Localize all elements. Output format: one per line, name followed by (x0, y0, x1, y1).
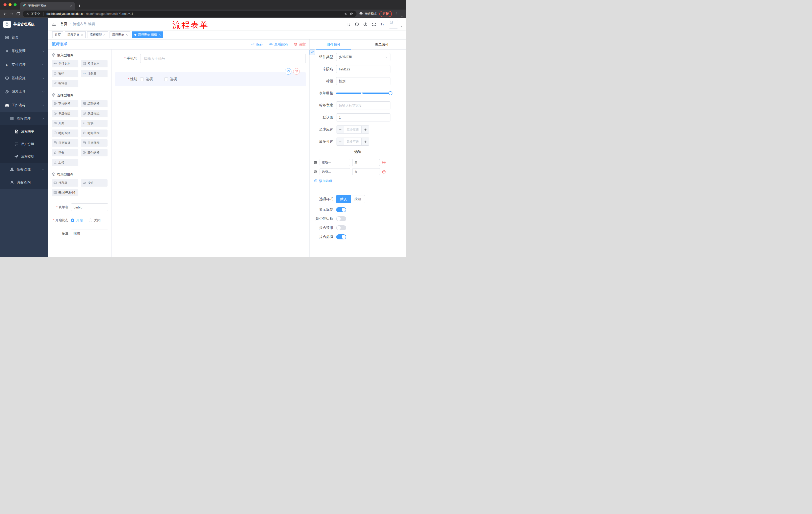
disabled-switch[interactable] (336, 225, 346, 231)
palette-item-select[interactable]: 下拉选择 (52, 100, 78, 107)
browser-update-button[interactable]: 更新 (379, 11, 392, 17)
show-label-switch[interactable] (336, 207, 346, 212)
palette-item-editor[interactable]: 编辑器 (52, 80, 78, 87)
breadcrumb-home[interactable]: 首页 (60, 22, 67, 26)
font-size-icon[interactable]: TT (380, 22, 385, 26)
palette-item-checkbox-group[interactable]: 多选框组 (81, 110, 108, 117)
title-input[interactable] (336, 77, 390, 85)
style-button-button[interactable]: 按钮 (351, 195, 365, 203)
palette-item-switch[interactable]: 开关 (52, 120, 78, 127)
palette-item-single-line-text[interactable]: 单行文本 (52, 60, 78, 67)
search-icon[interactable] (346, 22, 350, 26)
browser-menu-icon[interactable] (395, 12, 398, 16)
remove-option-icon[interactable] (382, 160, 386, 164)
stepper-plus-button[interactable] (361, 126, 369, 133)
tab-form-props[interactable]: 表单属性 (358, 39, 406, 49)
sidebar-item-user-group[interactable]: 用户分组 (0, 138, 48, 151)
form-name-input[interactable] (71, 204, 108, 211)
menu-fold-icon[interactable] (52, 22, 56, 26)
palette-item-cascader[interactable]: 级联选择 (81, 100, 108, 107)
chrome-caret-icon[interactable] (401, 15, 403, 18)
component-type-select[interactable]: 多选框组 (336, 53, 390, 61)
avatar-caret-icon[interactable] (400, 25, 403, 27)
link-button[interactable] (310, 50, 315, 55)
drag-handle-icon[interactable] (314, 170, 318, 174)
bookmark-star-icon[interactable] (349, 12, 353, 16)
palette-item-table[interactable]: 表格[开发中] (52, 189, 78, 196)
sidebar-item-process-form[interactable]: 流程表单 (0, 125, 48, 138)
checkbox-option-1[interactable]: 选项一 (140, 77, 156, 81)
palette-item-date-range[interactable]: 日期范围 (81, 139, 108, 146)
canvas-field-phone[interactable]: 手机号 (115, 54, 306, 63)
canvas-field-gender-selected[interactable]: 性别 选项一 选项二 (115, 72, 306, 86)
clear-button[interactable]: 清空 (294, 42, 306, 47)
url-field[interactable]: 不安全 dashboard.yudao.iocoder.cn /bpm/mana… (23, 10, 356, 17)
checkbox-option-2[interactable]: 选项二 (164, 77, 180, 81)
palette-item-rate[interactable]: 评分 (52, 149, 78, 156)
sidebar-item-process-model[interactable]: 流程模型 (0, 151, 48, 163)
palette-item-time-picker[interactable]: 时间选择 (52, 130, 78, 137)
tab-component-props[interactable]: 组件属性 (310, 39, 358, 49)
add-option-button[interactable]: 添加选项 (310, 179, 406, 183)
tag-home[interactable]: 首页 (52, 31, 63, 38)
avatar[interactable] (389, 20, 398, 29)
sidebar-item-leave-query[interactable]: 请假查询 (0, 176, 48, 189)
tag-close-icon[interactable] (158, 34, 161, 36)
sidebar-item-infrastructure[interactable]: 基础设施 (0, 72, 48, 85)
drag-handle-icon[interactable] (314, 160, 318, 164)
palette-item-time-range[interactable]: 时间范围 (81, 130, 108, 137)
fullscreen-icon[interactable] (372, 22, 376, 26)
slider-handle[interactable] (388, 91, 393, 95)
password-key-icon[interactable] (344, 12, 348, 16)
tag-close-icon[interactable] (126, 34, 128, 36)
window-minimize-button[interactable] (8, 3, 11, 6)
save-button[interactable]: 保存 (251, 42, 263, 47)
palette-item-radio-group[interactable]: 单选框组 (52, 110, 78, 117)
tag-close-icon[interactable] (81, 34, 83, 36)
stepper-minus-button[interactable] (337, 126, 344, 133)
forward-button[interactable] (9, 12, 13, 16)
sidebar-item-workflow[interactable]: 工作流程 (0, 99, 48, 112)
required-switch[interactable] (336, 234, 346, 239)
option-label-input[interactable] (320, 159, 350, 166)
tag-process-definition[interactable]: 流程定义 (65, 31, 86, 38)
back-button[interactable] (3, 12, 7, 16)
sidebar-item-payment[interactable]: ¥ 支付管理 (0, 58, 48, 72)
remove-option-icon[interactable] (382, 170, 386, 174)
palette-item-date-picker[interactable]: 日期选择 (52, 139, 78, 146)
tag-close-icon[interactable] (103, 34, 106, 36)
sidebar-item-devtools[interactable]: 研发工具 (0, 85, 48, 99)
palette-item-color-picker[interactable]: 颜色选择 (81, 149, 108, 156)
palette-item-button[interactable]: 按钮 (81, 179, 108, 187)
sidebar-item-home[interactable]: 首页 (0, 31, 48, 44)
stepper-plus-button[interactable] (361, 138, 369, 145)
sidebar-item-system[interactable]: 系统管理 (0, 44, 48, 58)
github-icon[interactable] (355, 22, 359, 26)
radio-off[interactable]: 关闭 (89, 218, 100, 222)
help-icon[interactable] (363, 22, 368, 26)
view-json-button[interactable]: 查看json (269, 42, 288, 47)
tag-process-form-edit[interactable]: 流程表单-编辑 (132, 31, 163, 38)
stepper-minus-button[interactable] (337, 138, 344, 145)
palette-item-multi-line-text[interactable]: 多行文本 (81, 60, 108, 67)
palette-item-upload[interactable]: 上传 (52, 159, 78, 166)
reload-button[interactable] (16, 12, 20, 16)
sidebar-item-task-mgmt[interactable]: 任务管理 (0, 163, 48, 176)
label-width-input[interactable] (336, 101, 390, 109)
default-value-input[interactable] (336, 113, 390, 121)
radio-on[interactable]: 开启 (71, 218, 83, 222)
palette-item-row-container[interactable]: 行容器 (52, 179, 78, 187)
stepper-value[interactable]: 至少应选 (344, 126, 361, 133)
sidebar-item-process-mgmt[interactable]: 流程管理 (0, 112, 48, 125)
window-zoom-button[interactable] (13, 3, 17, 6)
style-default-button[interactable]: 默认 (336, 195, 351, 203)
grid-slider[interactable] (336, 89, 390, 97)
option-value-input[interactable] (352, 168, 380, 175)
phone-input[interactable] (140, 54, 306, 63)
option-value-input[interactable] (352, 159, 380, 166)
new-tab-button[interactable] (78, 4, 81, 7)
palette-item-password[interactable]: 密码 (52, 70, 78, 77)
tag-process-form[interactable]: 流程表单 (110, 31, 130, 38)
tab-close-icon[interactable] (70, 5, 72, 7)
field-name-input[interactable] (336, 65, 390, 73)
